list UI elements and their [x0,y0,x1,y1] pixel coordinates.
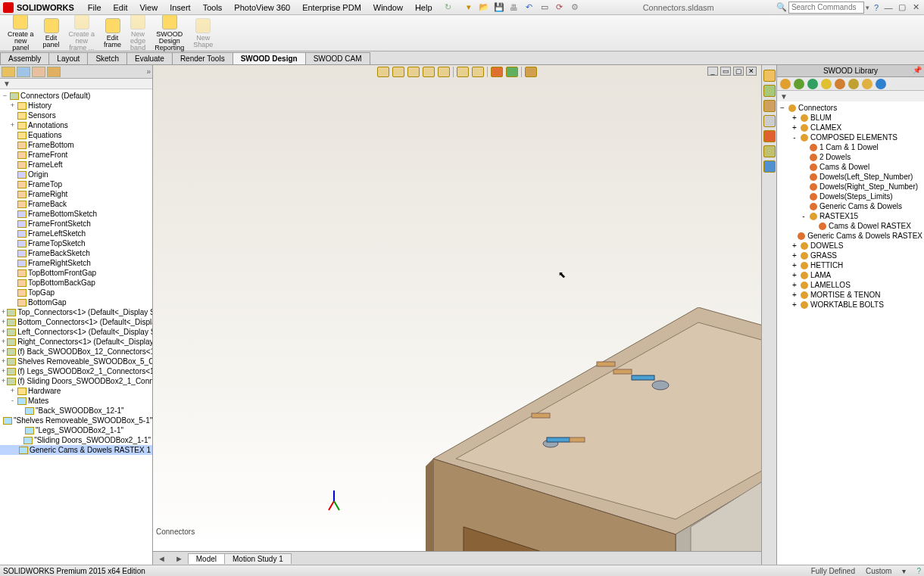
doc-max-icon[interactable]: ▢ [733,67,744,76]
menu-help[interactable]: Help [409,2,439,14]
menu-enterprise-pdm[interactable]: Enterprise PDM [296,2,367,14]
library-item[interactable]: Dowels(Right_Step_Number) [777,182,924,191]
undo-icon[interactable]: ↶ [523,2,535,14]
display-style-icon[interactable] [457,67,469,77]
fm-tab-property-icon[interactable] [17,67,30,77]
zoom-area-icon[interactable] [392,67,404,77]
tree-item[interactable]: Origin [0,170,152,179]
library-item[interactable]: Generic Cams & Dowels [777,201,924,211]
library-root[interactable]: −Connectors [777,103,924,113]
fm-tab-tree-icon[interactable] [2,67,15,77]
tree-item[interactable]: FrameLeft [0,160,152,170]
menu-tools[interactable]: Tools [197,2,229,14]
tree-item[interactable]: Generic Cams & Dowels RASTEX 1 [0,445,152,455]
options-icon[interactable]: ⚙ [569,2,581,14]
library-item[interactable]: 1 Cam & 1 Dowel [777,142,924,152]
print-icon[interactable]: 🖶 [508,2,520,14]
tree-item[interactable]: +Shelves Removeable_SWOODBox_5_Connector… [0,356,152,366]
library-toolbar-icon-5[interactable] [848,79,859,89]
library-item[interactable]: +DOWELS [777,241,924,251]
tree-item[interactable]: FrameTop [0,179,152,189]
tab-assembly[interactable]: Assembly [0,52,49,64]
save-icon[interactable]: 💾 [493,2,505,14]
ribbon-edit[interactable]: Edit frame [99,17,126,50]
tree-item[interactable]: FrameBack [0,199,152,209]
graphics-viewport[interactable]: ⬉ [153,65,761,551]
tree-item[interactable]: TopGap [0,288,152,297]
tree-item[interactable]: FrameBottomSketch [0,209,152,219]
rebuild-icon[interactable]: ↻ [443,2,454,13]
tree-item[interactable]: FrameLeftSketch [0,229,152,238]
section-icon[interactable] [423,67,435,77]
doc-min-icon[interactable]: _ [707,67,718,76]
library-toolbar-icon-7[interactable] [876,79,886,89]
taskpane-view-palette-icon[interactable] [763,115,776,127]
library-item[interactable]: +MORTISE & TENON [777,290,924,300]
open-icon[interactable]: 📂 [478,2,490,14]
library-item[interactable]: Cams & Dowel RASTEX [777,221,924,231]
pin-icon[interactable]: 📌 [913,66,922,74]
tab-swood-design[interactable]: SWOOD Design [233,52,306,64]
taskpane-appearances-icon[interactable] [763,130,776,142]
menu-photoview-360[interactable]: PhotoView 360 [228,2,296,14]
tree-item[interactable]: +Right_Connectors<1> (Default<_Display S… [0,337,152,347]
panel-collapse-icon[interactable]: » [146,67,151,76]
tree-item[interactable]: FrameBackSketch [0,248,152,258]
hide-show-icon[interactable] [472,67,484,77]
menu-edit[interactable]: Edit [108,2,134,14]
tree-item[interactable]: FrameRight [0,189,152,199]
library-filter[interactable]: ▼ [777,91,924,101]
library-toolbar-icon-6[interactable] [862,79,872,89]
search-dropdown-icon[interactable]: ▾ [866,4,869,11]
tree-root[interactable]: −Connectors (Default) [0,91,152,101]
menu-file[interactable]: File [82,2,108,14]
tree-item[interactable]: "Sliding Doors_SWOODBox2_1-1" [0,435,152,445]
tree-item[interactable]: FrameTopSketch [0,238,152,248]
status-dropdown-icon[interactable]: ▾ [902,567,906,575]
tree-item[interactable]: +(f) Legs_SWOODBox2_1_Connectors<1> (Def… [0,366,152,376]
tree-item[interactable]: TopBottomBackGap [0,278,152,288]
taskpane-design-lib-icon[interactable] [763,85,776,97]
ribbon-edit[interactable]: Edit panel [39,17,64,50]
tree-item[interactable]: +Left_Connectors<1> (Default<_Display St… [0,327,152,337]
taskpane-file-explorer-icon[interactable] [763,100,776,112]
minimize-button[interactable]: — [883,2,894,13]
select-icon[interactable]: ▭ [538,2,551,14]
tree-item[interactable]: "Back_SWOODBox_12-1" [0,406,152,416]
appear-icon[interactable] [491,67,503,77]
tree-item[interactable]: BottomGap [0,297,152,307]
view-orient-icon[interactable] [438,67,450,77]
ribbon-swood[interactable]: SWOOD Design Reporting [150,13,189,53]
tree-item[interactable]: +(f) Back_SWOODBox_12_Connectors<1> (Def… [0,347,152,356]
status-help-icon[interactable]: ? [916,567,921,575]
close-button[interactable]: ✕ [910,2,921,13]
library-item[interactable]: +WORKTABLE BOLTS [777,300,924,310]
tree-item[interactable]: "Legs_SWOODBox2_1-1" [0,425,152,435]
maximize-button[interactable]: ▢ [897,2,907,13]
library-item[interactable]: +GRASS [777,251,924,260]
tree-item[interactable]: +Hardware [0,386,152,396]
taskpane-swood-icon[interactable] [763,160,776,173]
library-item[interactable]: +LAMELLOS [777,280,924,290]
doc-restore-icon[interactable]: ▭ [720,67,731,76]
library-item[interactable]: Cams & Dowel [777,162,924,172]
tab-render-tools[interactable]: Render Tools [172,52,233,64]
fm-tab-config-icon[interactable] [32,67,45,77]
tree-item[interactable]: FrameFront [0,150,152,160]
library-toolbar-icon-1[interactable] [794,79,804,89]
library-toolbar-icon-3[interactable] [821,79,832,89]
fm-tab-display-icon[interactable] [47,67,61,77]
tree-item[interactable]: FrameRightSketch [0,258,152,268]
library-item[interactable]: +HETTICH [777,260,924,270]
motion-tab-model[interactable]: Model [188,553,225,564]
tree-item[interactable]: +Top_Connectors<1> (Default<_Display St.… [0,307,152,317]
library-toolbar-icon-4[interactable] [835,79,845,89]
library-item[interactable]: Generic Cams & Dowels RASTEX [777,231,924,241]
library-item[interactable]: +LAMA [777,270,924,280]
menu-view[interactable]: View [133,2,164,14]
ribbon-create-a[interactable]: Create a new panel [3,13,39,53]
tab-layout[interactable]: Layout [48,52,88,64]
library-item[interactable]: +BLUM [777,113,924,123]
tree-item[interactable]: Equations [0,130,152,140]
scene-icon[interactable] [506,67,518,77]
